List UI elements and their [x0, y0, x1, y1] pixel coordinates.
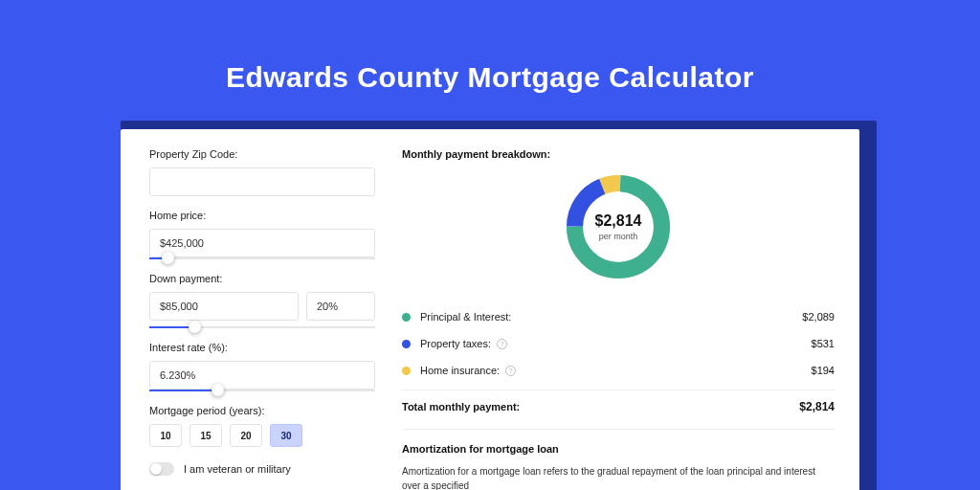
donut-sub: per month — [599, 232, 638, 241]
line-item: Property taxes:?$531 — [402, 330, 835, 357]
field-period: Mortgage period (years): 10152030 — [149, 405, 375, 447]
zip-input[interactable] — [149, 167, 375, 196]
donut-chart: $2,814 per month — [402, 169, 835, 284]
slider-thumb[interactable] — [189, 321, 201, 333]
help-icon[interactable]: ? — [505, 366, 516, 376]
down-payment-input[interactable] — [149, 292, 299, 321]
home-price-label: Home price: — [149, 210, 375, 221]
field-home-price: Home price: — [149, 210, 375, 259]
interest-slider[interactable] — [149, 390, 375, 391]
period-options: 10152030 — [149, 424, 375, 447]
amortization-text: Amortization for a mortgage loan refers … — [402, 464, 835, 490]
breakdown-column: Monthly payment breakdown: $2,814 per mo… — [402, 148, 835, 490]
period-option-10[interactable]: 10 — [149, 424, 182, 447]
line-item-amount: $531 — [812, 338, 835, 349]
veteran-toggle[interactable] — [149, 462, 174, 476]
interest-input[interactable] — [149, 361, 375, 390]
period-option-30[interactable]: 30 — [270, 424, 302, 447]
home-price-input[interactable] — [149, 229, 375, 257]
down-payment-slider[interactable] — [149, 326, 375, 328]
breakdown-title: Monthly payment breakdown: — [402, 148, 835, 160]
period-option-15[interactable]: 15 — [189, 424, 222, 447]
veteran-label: I am veteran or military — [184, 463, 291, 475]
zip-label: Property Zip Code: — [149, 148, 375, 160]
field-interest: Interest rate (%): — [149, 342, 375, 391]
legend-dot — [402, 367, 411, 375]
line-item-amount: $2,089 — [802, 311, 835, 323]
total-row: Total monthly payment: $2,814 — [402, 390, 835, 425]
legend-dot — [402, 313, 411, 322]
total-amount: $2,814 — [799, 400, 835, 413]
home-price-slider[interactable] — [149, 257, 375, 259]
line-item: Home insurance:?$194 — [402, 357, 835, 384]
calculator-panel: Property Zip Code: Home price: Down paym… — [121, 129, 859, 490]
interest-label: Interest rate (%): — [149, 342, 375, 353]
amortization-title: Amortization for mortgage loan — [402, 443, 835, 455]
line-items: Principal & Interest:$2,089Property taxe… — [402, 298, 835, 384]
period-option-20[interactable]: 20 — [230, 424, 262, 447]
amortization-section: Amortization for mortgage loan Amortizat… — [402, 429, 835, 490]
form-column: Property Zip Code: Home price: Down paym… — [149, 148, 375, 490]
line-item: Principal & Interest:$2,089 — [402, 303, 835, 330]
toggle-knob — [150, 463, 162, 475]
veteran-row: I am veteran or military — [149, 462, 375, 476]
down-payment-label: Down payment: — [149, 273, 375, 284]
period-label: Mortgage period (years): — [149, 405, 375, 416]
field-down-payment: Down payment: — [149, 273, 375, 328]
line-item-amount: $194 — [812, 365, 835, 376]
field-zip: Property Zip Code: — [149, 148, 375, 196]
donut-total: $2,814 — [595, 212, 642, 230]
down-payment-pct-input[interactable] — [306, 292, 375, 321]
line-item-label: Principal & Interest: — [420, 311, 511, 323]
total-label: Total monthly payment: — [402, 401, 520, 412]
slider-thumb[interactable] — [162, 252, 174, 264]
line-item-label: Home insurance: — [420, 365, 500, 376]
line-item-label: Property taxes: — [420, 338, 491, 349]
help-icon[interactable]: ? — [497, 339, 507, 349]
legend-dot — [402, 340, 411, 348]
page-title: Edwards County Mortgage Calculator — [0, 0, 980, 94]
slider-thumb[interactable] — [212, 384, 224, 396]
